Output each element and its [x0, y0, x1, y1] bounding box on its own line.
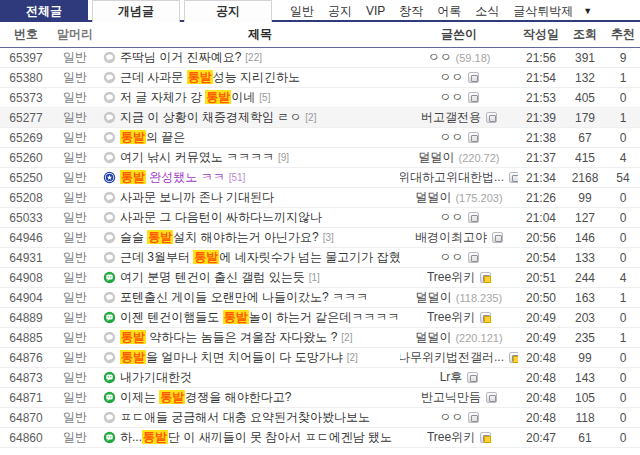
menu-item[interactable]: 공지 — [328, 3, 352, 20]
table-row[interactable]: 64904일반포텐출신 게이들 오랜만에 나들이갔노? ㅋㅋㅋ덜덜이(118.2… — [0, 288, 640, 308]
post-author[interactable]: ㅇㅇ — [400, 409, 518, 426]
post-category[interactable]: 일반 — [52, 269, 98, 286]
post-title-link[interactable]: 통발 약하다는 놈들은 겨울잠 자다왔노 ?[2] — [120, 329, 400, 346]
post-category[interactable]: 일반 — [52, 289, 98, 306]
gallog-icon[interactable] — [509, 352, 518, 363]
post-title-link[interactable]: ㅍㄷ애들 궁금해서 대충 요약된거찾아봤나보노 — [120, 409, 400, 426]
post-category[interactable]: 일반 — [52, 369, 98, 386]
post-title-link[interactable]: 근데 3월부터 통발에 네자릿수가 넘는 물고기가 잡혔...[1] — [120, 249, 400, 266]
post-author[interactable]: ㅇㅇ(59.18) — [400, 49, 518, 66]
table-row[interactable]: 64870일반ㅍㄷ애들 궁금해서 대충 요약된거찾아봤나보노ㅇㅇ20:48118… — [0, 408, 640, 428]
gallog-icon[interactable] — [468, 72, 479, 83]
post-title-link[interactable]: 내가기대한것 — [120, 369, 400, 386]
post-category[interactable]: 일반 — [52, 209, 98, 226]
tab-inactive[interactable]: 개념글 — [92, 0, 180, 22]
gallog-icon[interactable] — [480, 432, 491, 443]
post-author[interactable]: ㅇㅇ — [400, 129, 518, 146]
table-row[interactable]: 65277일반지금 이 상황이 채증경제학임 ㄹㅇ[2]버고갤전용21:3917… — [0, 108, 640, 128]
post-category[interactable]: 일반 — [52, 409, 98, 426]
post-category[interactable]: 일반 — [52, 109, 98, 126]
post-title-link[interactable]: 통발 완성됐노 ㅋㅋ[51] — [120, 169, 400, 186]
post-author[interactable]: 배경이최고야 — [400, 229, 518, 246]
post-author[interactable]: 덜덜이(118.235) — [400, 289, 518, 306]
post-author[interactable]: Tree위키 — [400, 429, 518, 446]
post-author[interactable]: 덜덜이(220.72) — [400, 149, 518, 166]
table-row[interactable]: 64860일반하...통발단 이 새끼들이 못 참아서 ㅍㄷ에겐남 됐노Tree… — [0, 428, 640, 448]
gallog-icon[interactable] — [468, 132, 479, 143]
table-row[interactable]: 64871일반이제는 통발경쟁을 해야한다고?반고닉만듬20:481050 — [0, 388, 640, 408]
post-title-link[interactable]: 지금 이 상황이 채증경제학임 ㄹㅇ[2] — [120, 109, 400, 126]
table-row[interactable]: 65380일반근데 사과문 통발성능 지리긴하노ㅇㅇ21:541321 — [0, 68, 640, 88]
post-title-link[interactable]: 주딱님 이거 진짜예요?[22] — [120, 49, 400, 66]
post-author[interactable]: 반고닉만듬 — [400, 389, 518, 406]
menu-item[interactable]: VIP — [366, 4, 385, 18]
dropdown-arrow-icon[interactable]: ▼ — [583, 6, 592, 16]
gallog-icon[interactable] — [468, 92, 479, 103]
table-row[interactable]: 65397일반주딱님 이거 진짜예요?[22]ㅇㅇ(59.18)21:56391… — [0, 48, 640, 68]
post-title-link[interactable]: 여기 낚시 커뮤였노 ㅋㅋㅋㅋ[9] — [120, 149, 400, 166]
post-category[interactable]: 일반 — [52, 169, 98, 186]
post-title-link[interactable]: 통발의 끝은 — [120, 129, 400, 146]
table-row[interactable]: 65269일반통발의 끝은ㅇㅇ21:38670 — [0, 128, 640, 148]
post-title-link[interactable]: 이젠 텐건이햄들도 통발놀이 하는거 같은데ㅋㅋㅋㅋㅋ[1] — [120, 309, 400, 326]
menu-item[interactable]: 소식 — [475, 3, 499, 20]
gallog-icon[interactable] — [480, 312, 491, 323]
gallog-icon[interactable] — [486, 112, 497, 123]
table-row[interactable]: 64931일반근데 3월부터 통발에 네자릿수가 넘는 물고기가 잡혔...[1… — [0, 248, 640, 268]
post-category[interactable]: 일반 — [52, 149, 98, 166]
gallog-icon[interactable] — [486, 392, 497, 403]
gallog-icon[interactable] — [480, 272, 491, 283]
post-category[interactable]: 일반 — [52, 229, 98, 246]
post-category[interactable]: 일반 — [52, 249, 98, 266]
menu-item[interactable]: 글삭튀박제 — [513, 3, 573, 20]
table-row[interactable]: 64889일반이젠 텐건이햄들도 통발놀이 하는거 같은데ㅋㅋㅋㅋㅋ[1]Tre… — [0, 308, 640, 328]
gallog-icon[interactable] — [468, 412, 479, 423]
gallog-icon[interactable] — [468, 212, 479, 223]
table-row[interactable]: 64946일반슬슬 통발설치 해야하는거 아닌가요?[3]배경이최고야20:56… — [0, 228, 640, 248]
gallog-icon[interactable] — [492, 232, 503, 243]
post-category[interactable]: 일반 — [52, 89, 98, 106]
post-title-link[interactable]: 여기 분명 텐건이 출신 갤럼 있는듯[1] — [120, 269, 400, 286]
table-row[interactable]: 64876일반통발을 얼마나 치면 치어들이 다 도망가냐[2]나무위키법전갤러… — [0, 348, 640, 368]
gallog-icon[interactable] — [467, 372, 478, 383]
post-author[interactable]: ㅇㅇ — [400, 69, 518, 86]
table-row[interactable]: 64873일반내가기대한것Lr후20:481430 — [0, 368, 640, 388]
post-category[interactable]: 일반 — [52, 429, 98, 446]
post-category[interactable]: 일반 — [52, 349, 98, 366]
post-title-link[interactable]: 사과문 그 다음턴이 싸하다느끼지않나 — [120, 209, 400, 226]
table-row[interactable]: 65033일반사과문 그 다음턴이 싸하다느끼지않나ㅇㅇ21:041270 — [0, 208, 640, 228]
table-row[interactable]: 65373일반저 글 자체가 강 통발이네[5]ㅇㅇ21:534050 — [0, 88, 640, 108]
post-author[interactable]: 나무위키법전갤러... — [400, 349, 518, 366]
post-category[interactable]: 일반 — [52, 129, 98, 146]
table-row[interactable]: 65260일반여기 낚시 커뮤였노 ㅋㅋㅋㅋ[9]덜덜이(220.72)21:3… — [0, 148, 640, 168]
tab-active[interactable]: 전체글 — [0, 0, 88, 22]
tab-inactive[interactable]: 공지 — [184, 0, 272, 22]
post-title-link[interactable]: 근데 사과문 통발성능 지리긴하노 — [120, 69, 400, 86]
post-category[interactable]: 일반 — [52, 69, 98, 86]
post-author[interactable]: Tree위키 — [400, 309, 518, 326]
post-author[interactable]: 덜덜이(220.121) — [400, 329, 518, 346]
post-category[interactable]: 일반 — [52, 49, 98, 66]
menu-item[interactable]: 일반 — [290, 3, 314, 20]
gallog-icon[interactable] — [468, 252, 479, 263]
post-category[interactable]: 일반 — [52, 329, 98, 346]
post-title-link[interactable]: 포텐출신 게이들 오랜만에 나들이갔노? ㅋㅋㅋ — [120, 289, 400, 306]
table-row[interactable]: 65250일반통발 완성됐노 ㅋㅋ[51]위대하고위대한법...21:34216… — [0, 168, 640, 188]
post-author[interactable]: ㅇㅇ — [400, 209, 518, 226]
menu-item[interactable]: 창작 — [399, 3, 423, 20]
post-author[interactable]: Tree위키 — [400, 269, 518, 286]
post-title-link[interactable]: 통발을 얼마나 치면 치어들이 다 도망가냐[2] — [120, 349, 400, 366]
gallog-icon[interactable] — [509, 172, 518, 183]
post-author[interactable]: Lr후 — [400, 369, 518, 386]
post-title-link[interactable]: 사과문 보니까 존나 기대된다 — [120, 189, 400, 206]
table-row[interactable]: 65208일반사과문 보니까 존나 기대된다덜덜이(175.203)21:269… — [0, 188, 640, 208]
post-title-link[interactable]: 슬슬 통발설치 해야하는거 아닌가요?[3] — [120, 229, 400, 246]
table-row[interactable]: 64908일반여기 분명 텐건이 출신 갤럼 있는듯[1]Tree위키20:51… — [0, 268, 640, 288]
post-category[interactable]: 일반 — [52, 189, 98, 206]
post-title-link[interactable]: 저 글 자체가 강 통발이네[5] — [120, 89, 400, 106]
post-author[interactable]: 위대하고위대한법... — [400, 169, 518, 186]
post-author[interactable]: 버고갤전용 — [400, 109, 518, 126]
post-title-link[interactable]: 이제는 통발경쟁을 해야한다고? — [120, 389, 400, 406]
table-row[interactable]: 64885일반통발 약하다는 놈들은 겨울잠 자다왔노 ?[2]덜덜이(220.… — [0, 328, 640, 348]
post-author[interactable]: ㅇㅇ — [400, 249, 518, 266]
